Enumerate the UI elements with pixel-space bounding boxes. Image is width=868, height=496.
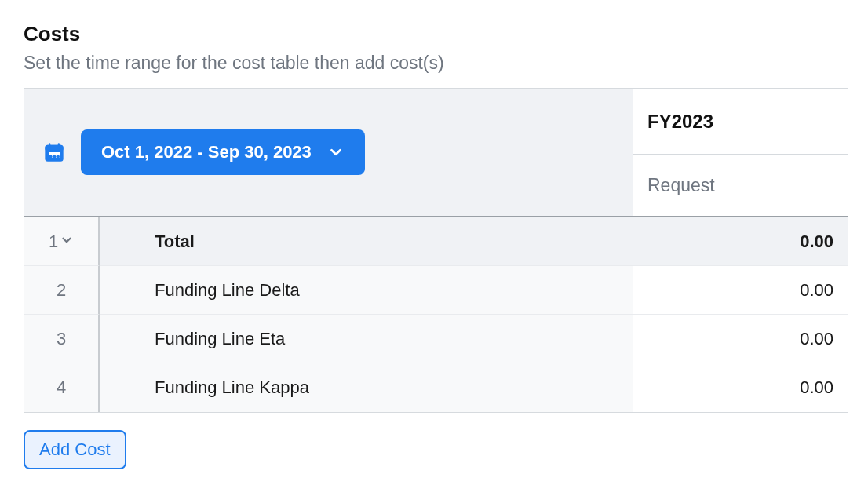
cost-table: Oct 1, 2022 - Sep 30, 2023 FY2023 Reques… [24, 88, 848, 413]
row-number: 2 [24, 266, 100, 315]
row-label: Funding Line Eta [100, 315, 633, 363]
column-subheader: Request [633, 155, 848, 217]
chevron-down-icon [327, 144, 345, 161]
row-value[interactable]: 0.00 [633, 315, 848, 363]
svg-point-7 [57, 156, 59, 158]
svg-rect-1 [46, 146, 63, 151]
section-title: Costs [24, 22, 844, 46]
add-cost-button[interactable]: Add Cost [24, 430, 126, 469]
section-subtitle: Set the time range for the cost table th… [24, 53, 844, 74]
svg-point-6 [53, 156, 55, 158]
row-label-total: Total [100, 217, 633, 266]
date-range-button[interactable]: Oct 1, 2022 - Sep 30, 2023 [81, 129, 365, 175]
svg-point-5 [49, 156, 51, 158]
row-label: Funding Line Kappa [100, 363, 633, 412]
row-value[interactable]: 0.00 [633, 363, 848, 412]
row-number: 3 [24, 315, 100, 363]
chevron-down-icon [60, 232, 74, 252]
row-value-total: 0.00 [633, 217, 848, 266]
row-label: Funding Line Delta [100, 266, 633, 315]
row-value[interactable]: 0.00 [633, 266, 848, 315]
column-period-header: FY2023 [633, 89, 848, 155]
row-number[interactable]: 1 [24, 217, 100, 266]
calendar-icon [43, 141, 65, 163]
date-range-label: Oct 1, 2022 - Sep 30, 2023 [101, 142, 312, 162]
row-number: 4 [24, 363, 100, 412]
row-number-value: 1 [49, 232, 58, 252]
